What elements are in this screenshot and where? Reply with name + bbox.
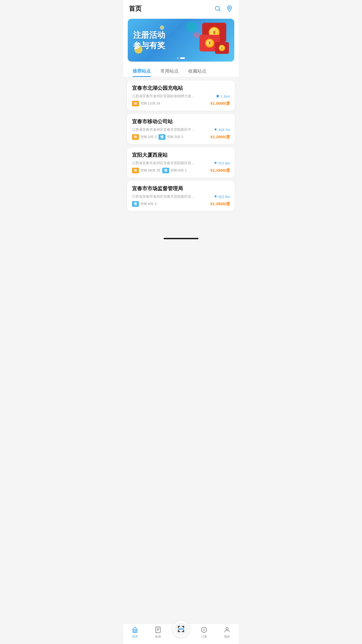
dot-1 bbox=[177, 57, 179, 59]
station-addr-4: 江西省宜春市袁州区宜春市宜阳新区宜春市... bbox=[132, 194, 196, 199]
profile-icon bbox=[223, 626, 231, 634]
tag-slow-4: 慢 bbox=[132, 201, 139, 207]
nav-order[interactable]: 订单 bbox=[193, 626, 216, 639]
tag-slow-3: 慢 bbox=[162, 168, 169, 173]
tab-frequent[interactable]: 常用站点 bbox=[156, 64, 183, 77]
order-icon bbox=[200, 626, 208, 634]
header-actions bbox=[214, 5, 233, 12]
station-dist-2: 419.7m bbox=[214, 128, 230, 132]
station-list: 宜春市北湖公园充电站 江西省宜春市袁州区官园街道锦绣大道宜春北... 1.1km… bbox=[123, 77, 239, 214]
banner-text: 注册活动 参与有奖 bbox=[133, 30, 165, 51]
station-price-2: ¥1.2900/度 bbox=[210, 134, 230, 140]
station-dist-4: 622.9m bbox=[214, 195, 230, 199]
station-price-1: ¥1.0000/度 bbox=[210, 101, 230, 106]
station-addr-3: 江西省宜春市袁州区宜春市宜阳新区府北路... bbox=[132, 161, 196, 166]
svg-rect-11 bbox=[183, 626, 184, 628]
tag-status-1: 空闲 11/共 16 bbox=[141, 101, 160, 106]
station-card-3[interactable]: 宜阳大厦西座站 江西省宜春市袁州区宜春市宜阳新区府北路... 572.8m 快 … bbox=[127, 147, 235, 178]
station-tags-1: 快 空闲 11/共 16 bbox=[132, 101, 160, 106]
nav-scan[interactable] bbox=[169, 621, 193, 638]
tab-recommended[interactable]: 推荐站点 bbox=[128, 64, 156, 77]
tag-status-slow-4: 空闲 4/共 4 bbox=[141, 202, 156, 206]
station-dist-3: 572.8m bbox=[214, 161, 230, 165]
location-icon[interactable] bbox=[226, 5, 233, 12]
station-price-3: ¥1.1900/度 bbox=[210, 168, 230, 173]
dot-2 bbox=[180, 57, 185, 59]
search-icon[interactable] bbox=[214, 5, 221, 12]
tag-status-fast-3: 空闲 18/共 18 bbox=[141, 168, 160, 173]
tag-slow-2: 慢 bbox=[159, 134, 165, 140]
tag-status-slow-3: 空闲 0/共 1 bbox=[171, 168, 187, 173]
nav-profile[interactable]: 我的 bbox=[216, 626, 239, 639]
station-addr-1: 江西省宜春市袁州区官园街道锦绣大道宜春北... bbox=[132, 94, 196, 99]
svg-point-18 bbox=[226, 627, 228, 630]
svg-rect-13 bbox=[178, 630, 179, 632]
svg-rect-9 bbox=[178, 626, 179, 628]
station-name-1: 宜春市北湖公园充电站 bbox=[132, 85, 230, 92]
nav-order-label: 订单 bbox=[201, 635, 207, 639]
banner-dots bbox=[177, 57, 185, 59]
discover-icon bbox=[154, 626, 162, 634]
nav-home-label: 首页 bbox=[132, 635, 138, 639]
station-tags-4: 慢 空闲 4/共 4 bbox=[132, 201, 156, 207]
home-indicator bbox=[164, 238, 198, 239]
bottom-nav: 首页 发现 bbox=[123, 624, 239, 644]
page-title: 首页 bbox=[129, 4, 142, 13]
tag-fast-2: 快 bbox=[132, 134, 139, 140]
station-card-4[interactable]: 宜春市市场监督管理局 江西省宜春市袁州区宜春市宜阳新区宜春市... 622.9m… bbox=[127, 181, 235, 211]
banner-section: 注册活动 参与有奖 ¥ ¥ ¥ bbox=[123, 16, 239, 64]
tag-fast-3: 快 bbox=[132, 168, 139, 173]
tag-fast-1: 快 bbox=[132, 101, 139, 106]
svg-line-1 bbox=[219, 10, 221, 12]
nav-discover-label: 发现 bbox=[155, 635, 161, 639]
tabs: 推荐站点 常用站点 收藏站点 bbox=[123, 64, 239, 77]
station-addr-2: 江西省宜春市袁州区宜春市宜阳新区中国移... bbox=[132, 127, 196, 132]
station-name-4: 宜春市市场监督管理局 bbox=[132, 185, 230, 192]
station-card-2[interactable]: 宜春市移动公司站 江西省宜春市袁州区宜春市宜阳新区中国移... 419.7m 快… bbox=[127, 114, 235, 144]
station-dist-1: 1.1km bbox=[216, 94, 230, 98]
banner-decoration: ¥ ¥ ¥ bbox=[199, 23, 229, 58]
svg-point-2 bbox=[229, 7, 231, 9]
station-name-2: 宜春市移动公司站 bbox=[132, 118, 230, 125]
nav-home[interactable]: 首页 bbox=[123, 626, 146, 639]
svg-point-0 bbox=[215, 6, 219, 10]
svg-rect-16 bbox=[179, 628, 184, 630]
home-icon bbox=[131, 626, 139, 634]
nav-discover[interactable]: 发现 bbox=[146, 626, 169, 639]
station-name-3: 宜阳大厦西座站 bbox=[132, 152, 230, 159]
station-price-4: ¥1.2900/度 bbox=[210, 201, 230, 207]
station-tags-2: 快 空闲 2/共 2 慢 空闲 3/共 3 bbox=[132, 134, 183, 140]
station-card-1[interactable]: 宜春市北湖公园充电站 江西省宜春市袁州区官园街道锦绣大道宜春北... 1.1km… bbox=[127, 80, 235, 111]
header: 首页 bbox=[123, 0, 239, 16]
tag-status-fast-2: 空闲 2/共 2 bbox=[141, 135, 156, 139]
tab-favorites[interactable]: 收藏站点 bbox=[183, 64, 211, 77]
nav-profile-label: 我的 bbox=[224, 635, 230, 639]
svg-rect-15 bbox=[183, 630, 184, 632]
svg-rect-3 bbox=[134, 630, 136, 632]
station-tags-3: 快 空闲 18/共 18 慢 空闲 0/共 1 bbox=[132, 168, 187, 173]
scan-button[interactable] bbox=[173, 621, 189, 637]
tag-status-slow-2: 空闲 3/共 3 bbox=[167, 135, 183, 139]
banner[interactable]: 注册活动 参与有奖 ¥ ¥ ¥ bbox=[128, 19, 234, 62]
